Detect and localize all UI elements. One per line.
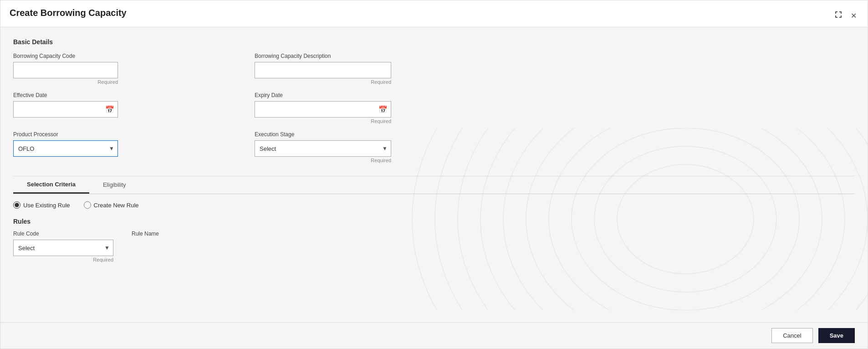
modal-container: Create Borrowing Capacity ✕ Basic Detail…: [0, 0, 868, 349]
borrowing-capacity-desc-input[interactable]: [255, 62, 391, 78]
effective-date-group: Effective Date September 30, 2020 📅: [13, 92, 118, 124]
borrowing-capacity-desc-group: Borrowing Capacity Description Required: [255, 53, 464, 85]
expiry-date-input[interactable]: [255, 101, 391, 118]
rule-code-select[interactable]: Select: [13, 240, 113, 256]
modal-header: Create Borrowing Capacity ✕: [0, 0, 868, 27]
rule-name-label: Rule Name: [132, 231, 232, 237]
product-processor-label: Product Processor: [13, 131, 118, 138]
borrowing-capacity-code-required: Required: [13, 79, 118, 85]
resize-button[interactable]: [832, 10, 844, 21]
basic-details-title: Basic Details: [13, 38, 855, 46]
form-row-3: Product Processor OFLO FCORE OBLM ▼ Exec…: [13, 131, 855, 163]
form-row-2: Effective Date September 30, 2020 📅 Expi…: [13, 92, 855, 124]
borrowing-capacity-desc-label: Borrowing Capacity Description: [255, 53, 464, 59]
cancel-button[interactable]: Cancel: [771, 328, 812, 343]
product-processor-select-wrapper: OFLO FCORE OBLM ▼: [13, 140, 118, 157]
modal-body: Basic Details Borrowing Capacity Code Re…: [0, 27, 868, 290]
rule-code-select-wrapper: Select ▼: [13, 240, 113, 256]
expiry-date-required: Required: [255, 118, 391, 124]
create-new-rule-radio[interactable]: [84, 201, 91, 209]
rule-type-radio-group: Use Existing Rule Create New Rule: [13, 201, 855, 209]
use-existing-rule-radio[interactable]: [13, 201, 20, 209]
borrowing-capacity-code-label: Borrowing Capacity Code: [13, 53, 118, 59]
product-processor-select[interactable]: OFLO FCORE OBLM: [13, 140, 118, 157]
expiry-date-label: Expiry Date: [255, 92, 391, 98]
effective-date-input-wrapper: September 30, 2020 📅: [13, 101, 118, 118]
execution-stage-group: Execution Stage Select Stage 1 Stage 2 S…: [255, 131, 391, 163]
tab-selection-criteria[interactable]: Selection Criteria: [13, 176, 89, 194]
tabs-container: Selection Criteria Eligibility: [13, 176, 855, 194]
borrowing-capacity-code-input[interactable]: [13, 62, 118, 78]
borrowing-capacity-desc-required: Required: [255, 79, 391, 85]
effective-date-label: Effective Date: [13, 92, 118, 98]
borrowing-capacity-code-group: Borrowing Capacity Code Required: [13, 53, 118, 85]
expiry-date-input-wrapper: 📅: [255, 101, 391, 118]
execution-stage-select-wrapper: Select Stage 1 Stage 2 Stage 3 ▼: [255, 140, 391, 157]
effective-date-input[interactable]: September 30, 2020: [13, 101, 118, 118]
modal-controls: ✕: [832, 10, 858, 21]
form-row-1: Borrowing Capacity Code Required Borrowi…: [13, 53, 855, 85]
execution-stage-select[interactable]: Select Stage 1 Stage 2 Stage 3: [255, 140, 391, 157]
rule-code-group: Rule Code Select ▼ Required: [13, 231, 113, 262]
rules-section: Rules Rule Code Select ▼ Required Rule N…: [13, 218, 855, 262]
product-processor-group: Product Processor OFLO FCORE OBLM ▼: [13, 131, 118, 163]
tab-eligibility[interactable]: Eligibility: [89, 176, 140, 194]
rule-name-group: Rule Name: [132, 231, 232, 240]
expiry-date-group: Expiry Date 📅 Required: [255, 92, 391, 124]
execution-stage-required: Required: [255, 158, 391, 163]
rule-code-required: Required: [13, 257, 113, 262]
use-existing-rule-label[interactable]: Use Existing Rule: [13, 201, 70, 209]
create-new-rule-label[interactable]: Create New Rule: [84, 201, 139, 209]
close-button[interactable]: ✕: [849, 10, 858, 21]
modal-title: Create Borrowing Capacity: [10, 8, 127, 18]
modal-footer: Cancel Save: [0, 322, 868, 349]
rules-title: Rules: [13, 218, 855, 225]
rule-code-label: Rule Code: [13, 231, 113, 237]
execution-stage-label: Execution Stage: [255, 131, 391, 138]
rules-form-row: Rule Code Select ▼ Required Rule Name: [13, 231, 855, 262]
save-button[interactable]: Save: [818, 328, 855, 343]
